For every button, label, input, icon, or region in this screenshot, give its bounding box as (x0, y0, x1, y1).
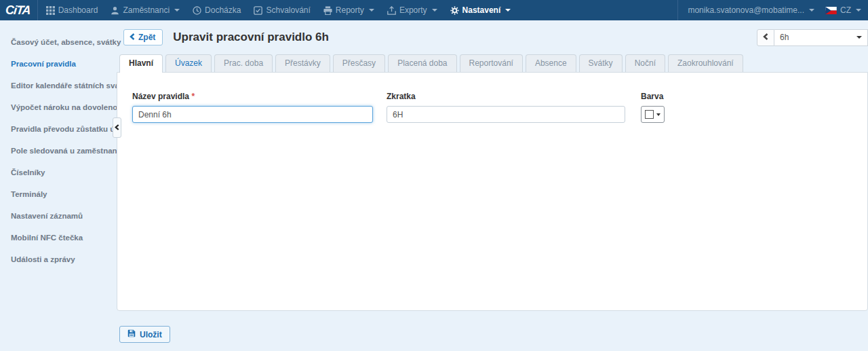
gear-icon (450, 6, 459, 15)
required-asterisk: * (191, 92, 195, 101)
nav-item-reporty[interactable]: Reporty (323, 5, 374, 15)
chevron-down-icon (856, 9, 861, 12)
abbreviation-field-group: Zkratka (387, 92, 625, 123)
color-picker-button[interactable] (641, 106, 665, 123)
save-button-label: Uložit (140, 330, 162, 339)
record-dropdown[interactable]: 6h (774, 29, 868, 46)
abbreviation-field-label: Zkratka (387, 92, 625, 101)
nav-item-label: Docházka (205, 5, 241, 15)
grid-icon (46, 6, 55, 15)
tab-uvazek[interactable]: Úvazek (165, 54, 212, 72)
tab-prac-doba[interactable]: Prac. doba (214, 54, 273, 72)
sidebar-item-pole-sledovana[interactable]: Pole sledovaná u zaměstnanců (0, 140, 117, 162)
nav-item-dochazka[interactable]: Docházka (193, 5, 241, 15)
sidebar-item-vypocet-naroku[interactable]: Výpočet nároku na dovolenou (0, 96, 117, 118)
back-button[interactable]: Zpět (123, 29, 163, 45)
name-field-group: Název pravidla * (132, 92, 373, 123)
chevron-left-icon (763, 33, 768, 42)
abbreviation-input[interactable] (387, 106, 625, 123)
nav-item-label: Zaměstnanci (123, 5, 170, 15)
nav-item-exporty[interactable]: Exporty (387, 5, 437, 15)
nav-item-label: Dashboard (58, 5, 98, 15)
sidebar-item-udalosti-zpravy[interactable]: Události a zprávy (0, 248, 117, 270)
color-swatch (645, 110, 654, 119)
printer-icon (323, 6, 332, 15)
check-square-icon (254, 6, 262, 15)
name-input[interactable] (132, 106, 373, 123)
sidebar-item-mobilni-nfc[interactable]: Mobilní NFC čtečka (0, 227, 117, 248)
chevron-left-icon (115, 123, 119, 132)
previous-record-button[interactable] (757, 29, 774, 46)
tab-bar: Hlavní Úvazek Prac. doba Přestávky Přesč… (119, 54, 868, 72)
tab-absence[interactable]: Absence (526, 54, 576, 72)
chevron-down-icon (432, 9, 437, 12)
navbar-divider (677, 0, 678, 20)
sidebar-item-pracovni-pravidla[interactable]: Pracovní pravidla (0, 53, 117, 75)
nav-item-label: Exporty (399, 5, 427, 15)
navbar-divider (37, 0, 38, 20)
tab-nocni[interactable]: Noční (625, 54, 665, 72)
tab-placena-doba[interactable]: Placená doba (388, 54, 456, 72)
tab-reportovani[interactable]: Reportování (460, 54, 523, 72)
clock-icon (193, 6, 201, 15)
sidebar-item-editor-kalendare[interactable]: Editor kalendáře státních svátků (0, 75, 117, 96)
record-selector: 6h (757, 29, 868, 46)
person-icon (111, 6, 119, 15)
name-field-label: Název pravidla * (132, 92, 373, 101)
user-menu[interactable]: monika.svatonova@mobatime... (688, 5, 814, 15)
nav-item-zamestnanci[interactable]: Zaměstnanci (111, 5, 180, 15)
top-navbar: CiTA Dashboard Zaměstnanci Docházka Schv… (0, 0, 868, 20)
tab-zaokrouhlovani[interactable]: Zaokrouhlování (668, 54, 743, 72)
settings-sidebar: Časový účet, absence, svátky Pracovní pr… (0, 20, 117, 351)
chevron-down-icon (174, 9, 180, 12)
sidebar-item-pravidla-prevodu[interactable]: Pravidla převodu zůstatku účtů (0, 118, 117, 140)
language-menu[interactable]: CZ (825, 5, 861, 15)
nav-item-label: Schvalování (266, 5, 310, 15)
tab-svatky[interactable]: Svátky (579, 54, 623, 72)
back-button-label: Zpět (138, 33, 155, 42)
nav-item-dashboard[interactable]: Dashboard (46, 5, 98, 15)
sidebar-item-ciselniky[interactable]: Číselníky (0, 162, 117, 183)
sidebar-item-terminaly[interactable]: Terminály (0, 183, 117, 205)
main-menu: Dashboard Zaměstnanci Docházka Schvalová… (46, 0, 524, 20)
color-field-group: Barva (641, 92, 665, 123)
chevron-down-icon (809, 9, 814, 12)
chevron-down-icon (856, 36, 862, 39)
chevron-down-icon (369, 9, 374, 12)
page-title: Upravit pracovní pravidlo 6h (173, 31, 329, 44)
navbar-right: monika.svatonova@mobatime... CZ (677, 0, 861, 20)
nav-item-nastaveni[interactable]: Nastavení (450, 5, 511, 15)
save-button[interactable]: Uložit (119, 326, 170, 343)
record-dropdown-value: 6h (780, 33, 789, 42)
logo-text: iTA (13, 3, 31, 18)
color-field-label: Barva (641, 92, 665, 101)
chevron-down-icon (656, 113, 660, 116)
language-code: CZ (840, 5, 851, 15)
rule-form: Název pravidla * Zkratka Barva (117, 73, 867, 123)
tab-hlavni[interactable]: Hlavní (119, 54, 163, 73)
sidebar-collapse-handle[interactable] (113, 117, 121, 138)
floppy-disk-icon (127, 329, 136, 339)
app-logo[interactable]: CiTA (5, 3, 31, 18)
nav-item-label: Nastavení (462, 5, 501, 15)
chevron-left-icon (130, 33, 135, 42)
tab-content-panel: Název pravidla * Zkratka Barva (117, 72, 868, 311)
nav-item-label: Reporty (336, 5, 364, 15)
page-header: Zpět Upravit pracovní pravidlo 6h 6h (117, 20, 868, 54)
sidebar-item-nastaveni-zaznamu[interactable]: Nastavení záznamů (0, 205, 117, 227)
user-email: monika.svatonova@mobatime... (688, 5, 804, 15)
main-content: Zpět Upravit pracovní pravidlo 6h 6h Hla… (117, 20, 868, 351)
sidebar-item-casovy-ucet[interactable]: Časový účet, absence, svátky (0, 31, 117, 53)
export-icon (387, 6, 396, 15)
czech-flag-icon (825, 7, 837, 14)
nav-item-schvalovani[interactable]: Schvalování (254, 5, 310, 15)
chevron-down-icon (505, 9, 511, 12)
tab-prescasy[interactable]: Přesčasy (333, 54, 385, 72)
tab-prestavky[interactable]: Přestávky (275, 54, 330, 72)
